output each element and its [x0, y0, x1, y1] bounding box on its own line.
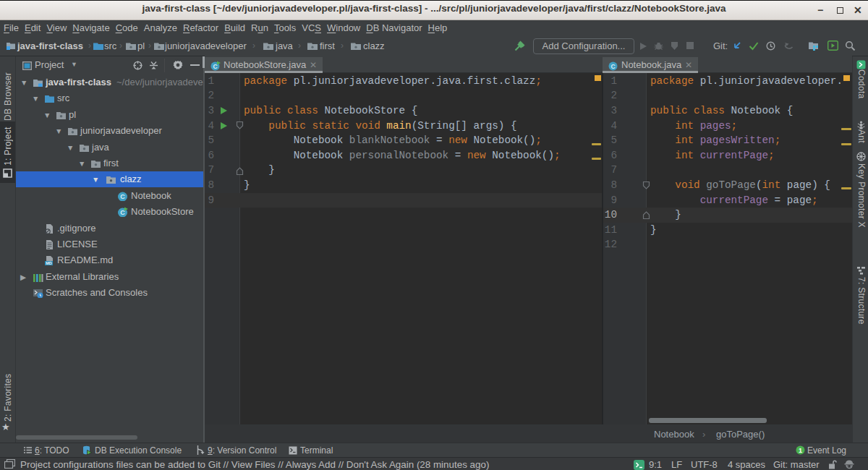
svg-text:C: C [610, 63, 615, 70]
svg-text:C: C [213, 63, 217, 70]
svg-text:C: C [120, 193, 125, 200]
svg-text:MD: MD [46, 261, 52, 265]
svg-text:1: 1 [799, 447, 802, 454]
